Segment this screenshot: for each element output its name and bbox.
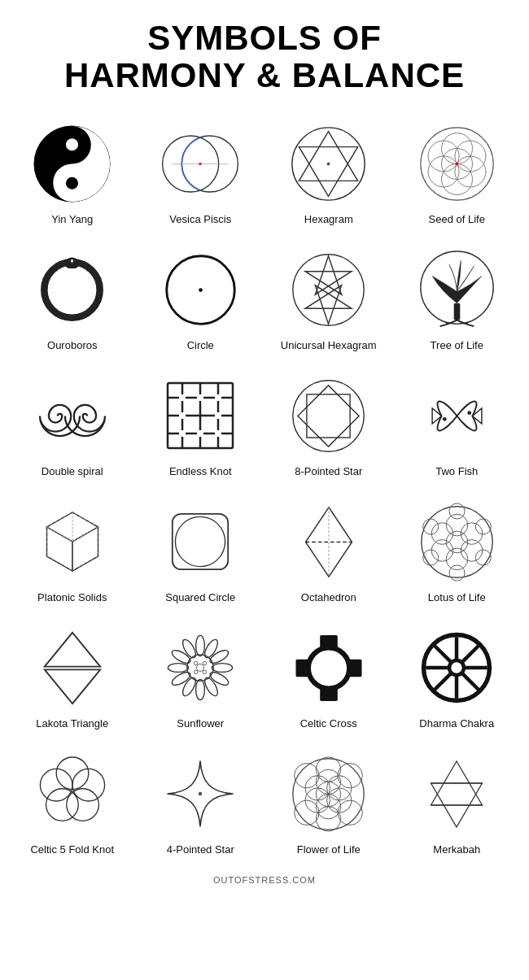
symbol-cell: Celtic Cross bbox=[264, 615, 393, 741]
symbol-cell: Endless Knot bbox=[137, 363, 265, 489]
svg-line-110 bbox=[462, 646, 479, 663]
flower-of-life-icon bbox=[284, 749, 374, 838]
svg-point-114 bbox=[67, 789, 99, 821]
svg-marker-55 bbox=[46, 527, 72, 571]
dharma-chakra-label: Dharma Chakra bbox=[419, 717, 494, 730]
svg-point-94 bbox=[195, 662, 199, 666]
unicursal-hexagram-icon bbox=[284, 245, 374, 334]
symbol-cell: Squared Circle bbox=[137, 489, 265, 615]
svg-point-73 bbox=[449, 565, 465, 581]
endless-knot-icon bbox=[155, 371, 245, 460]
svg-point-96 bbox=[195, 671, 199, 675]
symbol-cell: Dharma Chakra bbox=[393, 615, 522, 741]
merkabah-icon bbox=[412, 749, 501, 838]
symbol-cell: Hexagram bbox=[264, 111, 393, 237]
svg-point-51 bbox=[443, 417, 447, 421]
8-pointed-star-icon bbox=[284, 371, 374, 460]
symbol-cell: Ouroboros bbox=[8, 237, 137, 363]
svg-rect-44 bbox=[215, 394, 221, 401]
svg-point-21 bbox=[455, 162, 458, 165]
svg-point-47 bbox=[293, 381, 364, 451]
symbol-cell: Octahedron bbox=[264, 489, 393, 615]
svg-point-60 bbox=[176, 517, 225, 567]
yin-yang-icon bbox=[28, 119, 117, 208]
lakota-triangle-label: Lakota Triangle bbox=[36, 717, 108, 730]
svg-rect-43 bbox=[179, 394, 186, 401]
svg-rect-42 bbox=[197, 430, 203, 437]
flower-of-life-label: Flower of Life bbox=[297, 843, 361, 856]
symbol-cell: Unicursal Hexagram bbox=[264, 237, 393, 363]
two-fish-label: Two Fish bbox=[435, 465, 478, 477]
platonic-solids-label: Platonic Solids bbox=[37, 591, 107, 603]
double-spiral-label: Double spiral bbox=[42, 465, 103, 477]
octahedron-icon bbox=[284, 497, 374, 586]
lotus-of-life-icon bbox=[412, 497, 501, 586]
svg-point-103 bbox=[449, 660, 464, 675]
svg-rect-39 bbox=[179, 412, 186, 419]
svg-point-97 bbox=[203, 671, 207, 675]
svg-rect-40 bbox=[197, 394, 203, 401]
symbol-cell: Circle bbox=[137, 237, 265, 363]
symbol-cell: Flower of Life bbox=[264, 741, 393, 867]
page-title: SYMBOLS OFHARMONY & BALANCE bbox=[64, 20, 465, 94]
svg-point-50 bbox=[467, 411, 471, 415]
celtic-5-fold-knot-label: Celtic 5 Fold Knot bbox=[30, 843, 114, 856]
hexagram-icon bbox=[284, 119, 374, 208]
svg-rect-31 bbox=[453, 303, 460, 320]
dharma-chakra-icon bbox=[412, 623, 501, 712]
sunflower-label: Sunflower bbox=[177, 717, 224, 730]
symbol-cell: 4-Pointed Star bbox=[137, 741, 265, 867]
yin-yang-label: Yin Yang bbox=[51, 213, 93, 225]
svg-point-29 bbox=[293, 255, 364, 325]
symbol-cell: Seed of Life bbox=[393, 111, 522, 237]
svg-point-115 bbox=[46, 789, 78, 821]
circle-icon bbox=[155, 245, 245, 334]
svg-point-64 bbox=[422, 507, 492, 577]
circle-label: Circle bbox=[187, 339, 214, 351]
svg-point-95 bbox=[203, 662, 207, 666]
seed-of-life-icon bbox=[412, 119, 501, 208]
ouroboros-label: Ouroboros bbox=[47, 339, 97, 351]
svg-point-22 bbox=[45, 262, 100, 317]
symbol-cell: Lakota Triangle bbox=[8, 615, 137, 741]
celtic-cross-label: Celtic Cross bbox=[300, 717, 357, 730]
svg-marker-10 bbox=[299, 131, 358, 181]
svg-point-28 bbox=[199, 288, 203, 292]
svg-rect-46 bbox=[215, 430, 221, 437]
footer-text: OUTOFSTRESS.COM bbox=[213, 875, 316, 885]
symbol-cell: Celtic 5 Fold Knot bbox=[8, 741, 137, 867]
symbol-cell: Yin Yang bbox=[8, 111, 137, 237]
svg-point-26 bbox=[71, 260, 73, 263]
vesica-piscis-label: Vesica Piscis bbox=[169, 213, 231, 225]
svg-point-12 bbox=[327, 162, 330, 165]
symbol-cell: Tree of Life bbox=[393, 237, 522, 363]
svg-marker-11 bbox=[299, 146, 358, 196]
svg-marker-54 bbox=[72, 527, 98, 571]
svg-point-92 bbox=[187, 655, 213, 681]
symbol-cell: Lotus of Life bbox=[393, 489, 522, 615]
ouroboros-icon bbox=[28, 245, 117, 334]
tree-of-life-label: Tree of Life bbox=[431, 339, 483, 351]
hexagram-label: Hexagram bbox=[304, 213, 353, 225]
squared-circle-label: Squared Circle bbox=[165, 591, 235, 603]
svg-point-80 bbox=[196, 636, 205, 656]
svg-rect-45 bbox=[179, 430, 186, 437]
svg-point-72 bbox=[449, 503, 465, 519]
svg-point-89 bbox=[168, 664, 189, 673]
svg-rect-41 bbox=[215, 412, 221, 419]
symbol-cell: Merkabah bbox=[393, 741, 522, 867]
svg-line-111 bbox=[435, 673, 452, 690]
svg-marker-79 bbox=[45, 669, 100, 703]
svg-point-1 bbox=[66, 138, 78, 150]
symbol-cell: 8-Pointed Star bbox=[264, 363, 393, 489]
double-spiral-icon bbox=[28, 371, 117, 460]
svg-point-83 bbox=[212, 664, 233, 673]
symbol-cell: Platonic Solids bbox=[8, 489, 137, 615]
svg-marker-78 bbox=[45, 633, 100, 667]
4-pointed-star-label: 4-Pointed Star bbox=[167, 843, 234, 856]
lakota-triangle-icon bbox=[28, 623, 117, 712]
platonic-solids-icon bbox=[28, 497, 117, 586]
tree-of-life-icon bbox=[412, 245, 501, 334]
svg-line-108 bbox=[435, 646, 452, 663]
merkabah-label: Merkabah bbox=[433, 843, 480, 856]
